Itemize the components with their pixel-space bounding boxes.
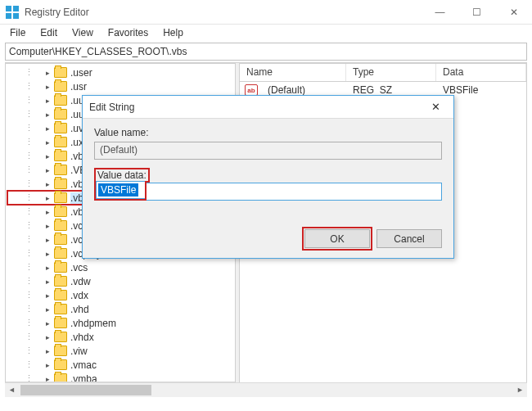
- folder-icon: [54, 318, 67, 328]
- expand-icon[interactable]: ▸: [43, 249, 52, 258]
- menu-view[interactable]: View: [65, 25, 100, 40]
- expand-icon[interactable]: ▸: [43, 263, 52, 272]
- cell-type: REG_SZ: [346, 84, 436, 96]
- tree-line: ⋮: [7, 234, 42, 245]
- folder-icon: [54, 346, 67, 356]
- expand-icon[interactable]: ▸: [43, 277, 52, 286]
- tree-line: ⋮: [7, 178, 42, 189]
- tree-line: ⋮: [7, 290, 42, 300]
- expand-icon[interactable]: ▸: [43, 291, 52, 300]
- tree-item[interactable]: ⋮ ▸.vhd: [7, 302, 235, 316]
- svg-rect-1: [13, 6, 19, 11]
- tree-item-label: .viw: [70, 346, 88, 357]
- close-button[interactable]: ✕: [495, 0, 532, 25]
- expand-icon[interactable]: ▸: [43, 138, 52, 147]
- col-data[interactable]: Data: [436, 64, 526, 81]
- folder-icon: [54, 109, 67, 120]
- expand-icon[interactable]: ▸: [43, 68, 52, 77]
- tree-line: ⋮: [7, 192, 42, 203]
- folder-icon: [54, 67, 67, 78]
- tree-line: ⋮: [7, 206, 42, 217]
- expand-icon[interactable]: ▸: [43, 82, 52, 91]
- expand-icon[interactable]: ▸: [43, 346, 52, 355]
- scroll-right-icon[interactable]: ►: [513, 383, 527, 397]
- expand-icon[interactable]: ▸: [43, 124, 52, 133]
- menu-edit[interactable]: Edit: [34, 25, 64, 40]
- menu-help[interactable]: Help: [156, 25, 190, 40]
- folder-icon: [54, 123, 67, 133]
- app-icon: [5, 5, 20, 20]
- menu-favorites[interactable]: Favorites: [101, 25, 155, 40]
- expand-icon[interactable]: ▸: [43, 165, 52, 174]
- tree-line: ⋮: [7, 123, 42, 133]
- expand-icon[interactable]: ▸: [43, 179, 52, 188]
- tree-item-label: .vhdpmem: [70, 318, 116, 329]
- tree-item-label: .user: [70, 67, 92, 79]
- maximize-button[interactable]: ☐: [458, 0, 495, 25]
- value-data-field[interactable]: [147, 183, 442, 201]
- tree-item[interactable]: ⋮ ▸.usr: [7, 79, 235, 93]
- tree-item-label: .vdw: [70, 276, 91, 287]
- string-value-icon: ab: [245, 84, 258, 96]
- cancel-button[interactable]: Cancel: [376, 229, 442, 248]
- folder-icon: [54, 81, 67, 92]
- tree-line: ⋮: [7, 137, 42, 147]
- expand-icon[interactable]: ▸: [43, 207, 52, 216]
- list-hscroll[interactable]: ◄ ►: [239, 382, 527, 396]
- svg-rect-0: [6, 6, 11, 11]
- tree-line: ⋮: [7, 359, 42, 370]
- col-type[interactable]: Type: [346, 64, 436, 81]
- tree-item[interactable]: ⋮ ▸.vmac: [7, 358, 235, 372]
- value-data-selected-text: VBSFile: [98, 183, 138, 196]
- expand-icon[interactable]: ▸: [43, 318, 52, 327]
- tree-item[interactable]: ⋮ ▸.vhdpmem: [7, 316, 235, 330]
- expand-icon[interactable]: ▸: [43, 193, 52, 202]
- value-name-field[interactable]: (Default): [94, 142, 442, 160]
- tree-line: ⋮: [7, 220, 42, 231]
- folder-icon: [54, 262, 67, 273]
- tree-item[interactable]: ⋮ ▸.user: [7, 65, 235, 79]
- tree-item[interactable]: ⋮ ▸.vcs: [7, 260, 235, 274]
- tree-line: ⋮: [7, 318, 42, 328]
- value-data-label: Value data:: [97, 169, 147, 181]
- tree-item-label: .vhdx: [70, 332, 94, 343]
- tree-line: ⋮: [7, 151, 42, 161]
- tree-item[interactable]: ⋮ ▸.vdw: [7, 274, 235, 288]
- address-bar[interactable]: Computer\HKEY_CLASSES_ROOT\.vbs: [5, 43, 527, 61]
- expand-icon[interactable]: ▸: [43, 332, 52, 341]
- expand-icon[interactable]: ▸: [43, 96, 52, 105]
- cell-data: VBSFile: [436, 84, 485, 96]
- dialog-close-button[interactable]: ✕: [424, 99, 447, 115]
- minimize-button[interactable]: —: [422, 0, 458, 25]
- svg-rect-3: [13, 13, 19, 19]
- dialog-titlebar[interactable]: Edit String ✕: [83, 96, 453, 119]
- folder-icon: [54, 359, 67, 370]
- dialog-title: Edit String: [89, 102, 424, 113]
- tree-item[interactable]: ⋮ ▸.vdx: [7, 288, 235, 302]
- folder-icon: [54, 220, 67, 231]
- folder-icon: [54, 234, 67, 245]
- folder-icon: [54, 304, 67, 314]
- edit-string-dialog: Edit String ✕ Value name: (Default) Valu…: [82, 95, 454, 259]
- expand-icon[interactable]: ▸: [43, 235, 52, 244]
- expand-icon[interactable]: ▸: [43, 110, 52, 119]
- tree-line: ⋮: [7, 304, 42, 314]
- tree-item[interactable]: ⋮ ▸.vhdx: [7, 330, 235, 344]
- expand-icon[interactable]: ▸: [43, 305, 52, 314]
- tree-item-label: .vcs: [70, 262, 88, 273]
- tree-line: ⋮: [7, 262, 42, 273]
- expand-icon[interactable]: ▸: [43, 151, 52, 160]
- folder-icon: [54, 290, 67, 300]
- tree-item[interactable]: ⋮ ▸.viw: [7, 344, 235, 358]
- tree-item-label: .vmac: [70, 359, 97, 371]
- tree-line: ⋮: [7, 95, 42, 106]
- value-data-field-sel[interactable]: VBSFile: [96, 181, 145, 199]
- col-name[interactable]: Name: [240, 64, 346, 81]
- expand-icon[interactable]: ▸: [43, 221, 52, 230]
- ok-button[interactable]: OK: [304, 229, 370, 248]
- menu-file[interactable]: File: [3, 25, 32, 40]
- folder-icon: [54, 332, 67, 342]
- menu-bar: File Edit View Favorites Help: [0, 25, 532, 41]
- list-header: Name Type Data: [240, 64, 526, 82]
- expand-icon[interactable]: ▸: [43, 360, 52, 369]
